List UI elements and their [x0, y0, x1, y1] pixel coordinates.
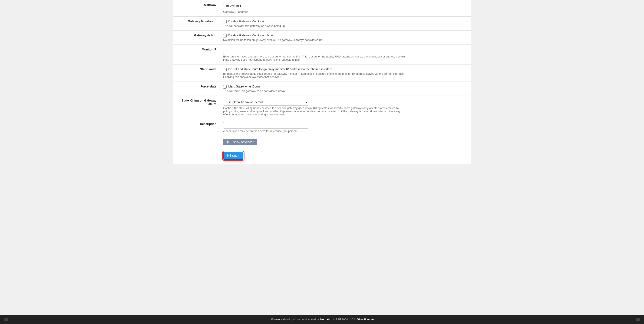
state-killing-help: Controls the state killing behavior when… [223, 106, 406, 116]
gateway-monitoring-label: Gateway Monitoring [173, 16, 220, 31]
force-state-checkbox-label: Mark Gateway as Down [228, 85, 260, 88]
static-route-label: Static route [173, 64, 220, 82]
static-route-value-cell: Do not add static route for gateway moni… [220, 64, 471, 82]
gateway-action-label: Gateway Action [173, 31, 220, 45]
state-killing-value-cell: Use global behavior (default) Kill state… [220, 96, 471, 119]
display-advanced-row: Display Advanced [173, 136, 471, 148]
force-state-help: This will force this gateway to be consi… [223, 89, 406, 93]
footer-copyright: . © ESF 2004 - 2024 [331, 318, 357, 321]
monitor-ip-label: Monitor IP [173, 45, 220, 64]
footer-icon-left[interactable]: ⬛ [4, 318, 8, 322]
gateway-action-checkbox-label: Disable Gateway Monitoring Action [228, 34, 274, 37]
save-button[interactable]: Save [223, 152, 244, 160]
gateway-row: Gateway Gateway IP address [173, 0, 471, 16]
gateway-label: Gateway [173, 0, 220, 16]
static-route-row: Static route Do not add static route for… [173, 64, 471, 82]
page-footer: ⬛ pfSense is developed and maintained by… [0, 315, 644, 324]
gateway-input[interactable] [223, 3, 308, 9]
footer-brand: pfSense is developed and maintained by N… [270, 318, 374, 321]
gateway-action-value-cell: Disable Gateway Monitoring Action No act… [220, 31, 471, 45]
save-button-row: Save [173, 148, 471, 164]
save-icon [228, 154, 231, 157]
gateway-monitoring-checkbox[interactable] [223, 20, 226, 23]
footer-license-link[interactable]: View license. [357, 318, 374, 321]
monitor-ip-value-cell: Enter an alternative address here to be … [220, 45, 471, 64]
state-killing-row: State Killing on Gateway Failure Use glo… [173, 96, 471, 119]
gateway-action-help: No action will be taken on gateway event… [223, 38, 406, 41]
gateway-monitoring-help: This will consider this gateway as alway… [223, 24, 406, 27]
monitor-ip-row: Monitor IP Enter an alternative address … [173, 45, 471, 64]
gateway-help: Gateway IP address [223, 10, 406, 13]
footer-icon-right[interactable]: ⬛ [636, 318, 640, 322]
static-route-help: By default the firewall adds static rout… [223, 72, 406, 78]
monitor-ip-help: Enter an alternative address here to be … [223, 55, 406, 61]
description-row: Description A description may be entered… [173, 119, 471, 136]
static-route-checkbox-label: Do not add static route for gateway moni… [228, 67, 333, 71]
force-state-label: Force state [173, 82, 220, 96]
footer-maintainer: Netgate [320, 318, 330, 321]
display-advanced-label: Display Advanced [230, 140, 254, 144]
force-state-row: Force state Mark Gateway as Down This wi… [173, 82, 471, 96]
force-state-checkbox[interactable] [223, 85, 226, 89]
display-advanced-cell: Display Advanced [220, 136, 471, 148]
state-killing-label: State Killing on Gateway Failure [173, 96, 220, 119]
force-state-value-cell: Mark Gateway as Down This will force thi… [220, 82, 471, 96]
gateway-action-checkbox[interactable] [223, 34, 226, 37]
static-route-checkbox[interactable] [223, 68, 226, 71]
save-button-label: Save [232, 154, 239, 158]
gear-icon [226, 140, 229, 143]
save-button-cell: Save [220, 148, 471, 164]
gateway-monitoring-checkbox-label: Disable Gateway Monitoring [228, 19, 266, 23]
gateway-action-row: Gateway Action Disable Gateway Monitorin… [173, 31, 471, 45]
gateway-form-table: Gateway Gateway IP address Gateway Monit… [173, 0, 471, 164]
description-help: A description may be entered here for re… [223, 129, 406, 133]
description-input[interactable] [223, 122, 308, 129]
description-label: Description [173, 119, 220, 136]
footer-text: is developed and maintained by [280, 318, 320, 321]
footer-brand-name: pfSense [270, 318, 280, 321]
state-killing-select[interactable]: Use global behavior (default) Kill state… [223, 99, 308, 106]
display-advanced-button[interactable]: Display Advanced [223, 139, 257, 145]
gateway-value-cell: Gateway IP address [220, 0, 471, 16]
gateway-monitoring-value-cell: Disable Gateway Monitoring This will con… [220, 16, 471, 31]
description-value-cell: A description may be entered here for re… [220, 119, 471, 136]
display-advanced-empty-label [173, 136, 220, 148]
monitor-ip-input[interactable] [223, 48, 308, 54]
gateway-monitoring-row: Gateway Monitoring Disable Gateway Monit… [173, 16, 471, 31]
save-empty-label [173, 148, 220, 164]
